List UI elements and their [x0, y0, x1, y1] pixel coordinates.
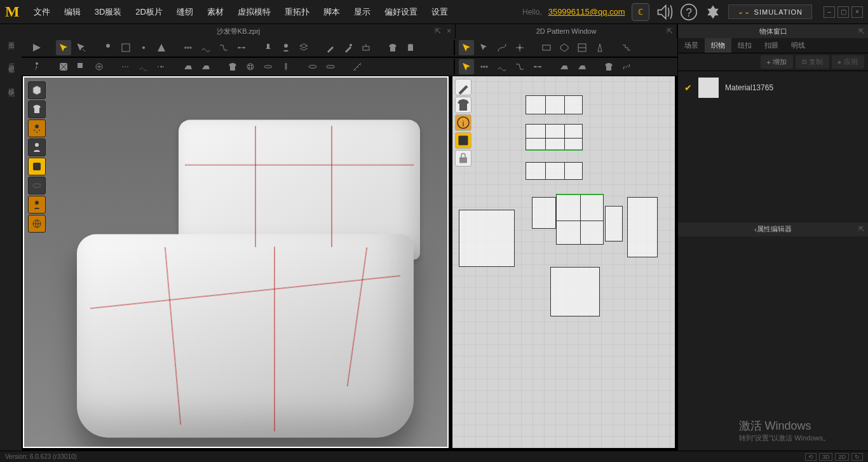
status-link-icon[interactable]: ⟲ [805, 453, 817, 461]
tool-2d-sew-mn[interactable] [512, 59, 527, 74]
vp3d-show-avatar[interactable] [28, 139, 46, 156]
tool-3dpen[interactable] [323, 40, 338, 55]
user-email[interactable]: 359996115@qq.com [548, 7, 625, 17]
pattern-piece-1[interactable] [526, 95, 583, 114]
menu-2d-pattern[interactable]: 2D板片 [129, 3, 169, 22]
close-button[interactable]: × [851, 6, 863, 18]
tab-fabric[interactable]: 织物 [705, 38, 731, 53]
tool-2d-edit-point[interactable] [477, 40, 492, 55]
vp3d-environment[interactable] [28, 215, 46, 233]
tool-2d-dart[interactable] [592, 40, 607, 55]
vp2d-pen-icon[interactable] [455, 79, 471, 95]
tool-sew-mn[interactable] [216, 40, 231, 55]
tool-topstitch-edit[interactable] [154, 59, 169, 74]
tool-2d-edit-curve[interactable] [494, 40, 510, 55]
object-window-popout-icon[interactable]: ⇱ [858, 27, 864, 36]
pattern-piece-8[interactable] [627, 197, 658, 257]
tool-2d-sew-free[interactable] [494, 59, 510, 74]
tab-scene[interactable]: 场景 [678, 38, 705, 53]
menu-retopology[interactable]: 重拓扑 [278, 3, 316, 22]
avatar-icon[interactable] [704, 3, 722, 21]
simulation-button[interactable]: ⌄⌄ SIMULATION [728, 4, 812, 19]
tool-select-move[interactable] [56, 40, 71, 55]
pattern-piece-6[interactable] [556, 194, 604, 245]
sound-icon[interactable] [656, 3, 674, 21]
tool-2d-iron[interactable] [557, 59, 572, 74]
menu-3d-garment[interactable]: 3D服装 [88, 3, 128, 22]
tool-2d-sew-segment[interactable] [477, 59, 492, 74]
property-editor-popout-icon[interactable]: ⇱ [858, 225, 864, 233]
vp3d-show-avatar-skin[interactable] [28, 196, 46, 214]
material-swatch[interactable] [698, 78, 719, 98]
tool-2d-trace[interactable] [619, 40, 634, 55]
tab-2d[interactable]: 2D Pattern Window ⇱ [456, 24, 677, 38]
pattern-piece-3[interactable] [526, 162, 583, 180]
tool-graphic[interactable] [92, 59, 107, 74]
tool-measure[interactable] [349, 59, 365, 74]
tool-button[interactable] [243, 59, 258, 74]
tool-binding[interactable] [323, 59, 338, 74]
tool-tack-avatar[interactable] [278, 40, 294, 55]
tool-2d-link[interactable] [619, 59, 634, 74]
tool-topstitch-free[interactable] [136, 59, 151, 74]
menu-script[interactable]: 脚本 [317, 3, 346, 22]
pattern-piece-2[interactable] [526, 124, 583, 151]
minimize-button[interactable]: – [824, 6, 835, 18]
tool-simulate[interactable] [29, 40, 44, 55]
status-refresh-icon[interactable]: ↻ [851, 453, 863, 461]
menu-avatar[interactable]: 虚拟模特 [231, 3, 277, 22]
tool-layer[interactable] [296, 40, 311, 55]
tab-3d-close-icon[interactable]: × [447, 27, 451, 36]
add-button[interactable]: +增加 [761, 55, 793, 69]
vp2d-garment-icon[interactable] [455, 97, 471, 113]
tab-buttonhole[interactable]: 扣眼 [758, 38, 785, 53]
help-icon[interactable]: ? [680, 3, 698, 21]
tool-shirt-button[interactable] [225, 59, 240, 74]
tool-piping[interactable] [305, 59, 320, 74]
tool-topstitch-segment[interactable] [118, 59, 133, 74]
tab-button[interactable]: 纽扣 [731, 38, 758, 53]
tab-topstitch[interactable]: 明线 [785, 38, 811, 53]
viewport-3d[interactable] [23, 76, 449, 448]
menu-display[interactable]: 显示 [348, 3, 377, 22]
tool-3dpen-avatar[interactable] [341, 40, 356, 55]
tool-iron-segment[interactable] [180, 59, 196, 74]
pattern-piece-7[interactable] [605, 206, 623, 241]
vp2d-lock-icon[interactable] [455, 150, 471, 166]
tool-pin[interactable] [100, 40, 116, 55]
tool-2d-internal-line[interactable] [574, 40, 590, 55]
vp3d-render-cube[interactable] [28, 81, 46, 99]
tool-select-mesh[interactable] [74, 40, 89, 55]
tool-2d-iron-free[interactable] [574, 59, 590, 74]
tool-avatar-tshirt[interactable] [385, 40, 400, 55]
tool-2d-sew-edit[interactable] [530, 59, 545, 74]
tool-arrange-bbox[interactable] [118, 40, 133, 55]
tool-2d-shirt[interactable] [601, 59, 616, 74]
menu-file[interactable]: 文件 [27, 3, 57, 22]
vp2d-info-icon[interactable]: i [455, 114, 471, 131]
tool-walk[interactable] [29, 59, 44, 74]
vp2d-fabric-icon[interactable] [455, 132, 471, 149]
tool-sew-free[interactable] [198, 40, 214, 55]
vp3d-show-avatar-points[interactable] [28, 119, 46, 137]
tool-2d-polygon[interactable] [557, 40, 572, 55]
status-3d-button[interactable]: 3D [819, 453, 833, 461]
tool-fold[interactable] [154, 40, 169, 55]
tool-avatar-more[interactable] [403, 40, 418, 55]
tool-texture-edit[interactable] [74, 59, 89, 74]
maximize-button[interactable]: ▢ [837, 6, 849, 18]
menu-edit[interactable]: 编辑 [58, 3, 87, 22]
status-2d-button[interactable]: 2D [835, 453, 849, 461]
pattern-piece-4[interactable] [459, 210, 515, 267]
tool-zipper[interactable] [278, 59, 294, 74]
vp3d-show-fabric[interactable] [28, 158, 46, 175]
tool-flatten[interactable] [358, 40, 374, 55]
tool-tack[interactable] [261, 40, 276, 55]
tab-2d-popout-icon[interactable]: ⇱ [667, 27, 673, 36]
menu-material[interactable]: 素材 [201, 3, 230, 22]
tool-sew-edit[interactable] [234, 40, 249, 55]
material-row[interactable]: ✔ Material13765 [678, 71, 868, 104]
rail-modular[interactable]: 模块化 [6, 83, 15, 86]
menu-sewing[interactable]: 缝纫 [170, 3, 200, 22]
tool-iron-free[interactable] [198, 59, 214, 74]
